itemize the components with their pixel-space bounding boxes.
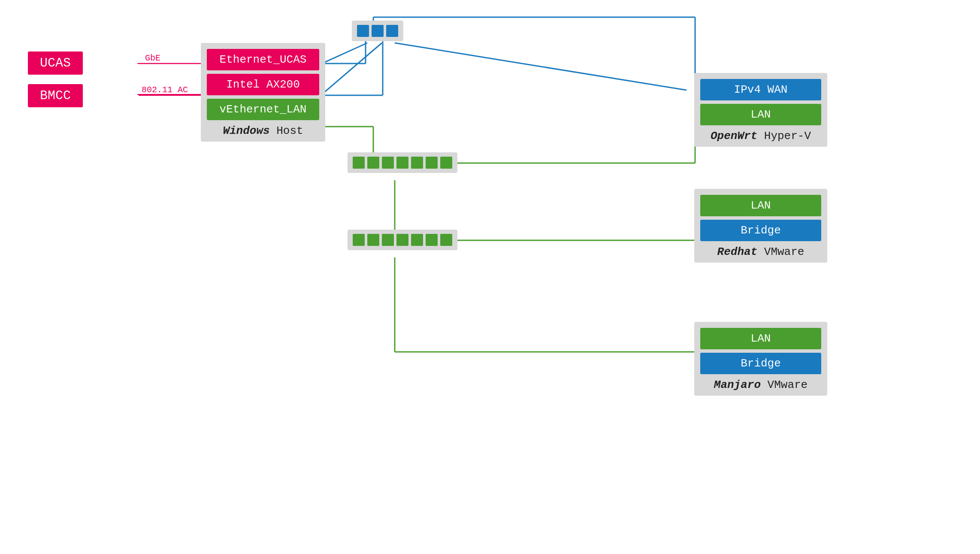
gbe-label: GbE xyxy=(145,53,160,63)
veth-lan-bar: vEthernet_LAN xyxy=(207,99,319,120)
lines-svg xyxy=(0,0,980,554)
gs2-port-1 xyxy=(353,234,365,246)
lan-mj-bar: LAN xyxy=(700,328,821,349)
manjaro-label: Manjaro VMware xyxy=(700,378,821,391)
bmcc-node: BMCC xyxy=(28,84,83,107)
redhat-label: Redhat VMware xyxy=(700,245,821,258)
gs1-port-5 xyxy=(411,157,423,169)
bridge-mj-bar: Bridge xyxy=(700,353,821,374)
gs1-port-1 xyxy=(353,157,365,169)
windows-host-box: Ethernet_UCAS Intel AX200 vEthernet_LAN … xyxy=(201,43,325,142)
ipv4-wan-bar: IPv4 WAN xyxy=(700,79,821,100)
green-switch-1 xyxy=(348,152,457,173)
ethernet-ucas-bar: Ethernet_UCAS xyxy=(207,49,319,70)
gs1-port-4 xyxy=(396,157,408,169)
switch-port-blue-3 xyxy=(386,25,398,37)
windows-host-label: Windows Host xyxy=(207,124,319,137)
gs1-port-6 xyxy=(426,157,438,169)
manjaro-box: LAN Bridge Manjaro VMware xyxy=(694,322,827,396)
gs1-port-3 xyxy=(382,157,394,169)
svg-line-4 xyxy=(395,43,687,90)
switch-port-blue-2 xyxy=(372,25,384,37)
gs2-port-2 xyxy=(367,234,379,246)
gs2-port-7 xyxy=(440,234,452,246)
bridge-rh-bar: Bridge xyxy=(700,220,821,241)
connections-svg xyxy=(0,0,980,554)
ucas-node: UCAS xyxy=(28,51,83,75)
gs2-port-6 xyxy=(426,234,438,246)
svg-line-3 xyxy=(322,43,382,94)
green-switch-2 xyxy=(348,230,457,250)
gs1-port-2 xyxy=(367,157,379,169)
openwrt-box: IPv4 WAN LAN OpenWrt Hyper-V xyxy=(694,73,827,147)
gs2-port-3 xyxy=(382,234,394,246)
gs2-port-5 xyxy=(411,234,423,246)
switch-port-blue-1 xyxy=(357,25,369,37)
svg-line-2 xyxy=(322,43,367,64)
gs2-port-4 xyxy=(396,234,408,246)
intel-ax200-bar: Intel AX200 xyxy=(207,74,319,95)
lan-ow-bar: LAN xyxy=(700,104,821,125)
blue-switch xyxy=(352,21,403,41)
openwrt-label: OpenWrt Hyper-V xyxy=(700,130,821,142)
lan-rh-bar: LAN xyxy=(700,195,821,216)
redhat-box: LAN Bridge Redhat VMware xyxy=(694,189,827,263)
wifi-label: 802.11 AC xyxy=(142,85,188,95)
gs1-port-7 xyxy=(440,157,452,169)
diagram: UCAS BMCC GbE 802.11 AC Ethernet_UCAS In… xyxy=(0,0,980,554)
